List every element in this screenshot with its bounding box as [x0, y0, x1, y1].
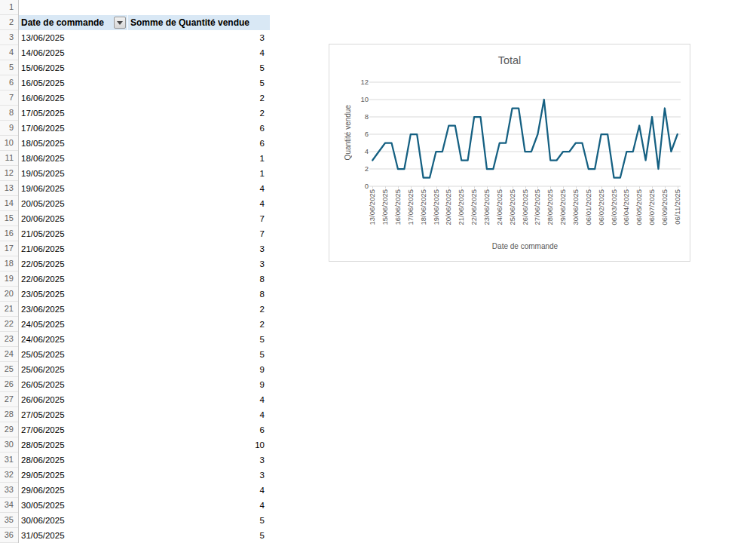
- pivot-qty-cell[interactable]: 9: [128, 377, 270, 392]
- pivot-qty-cell[interactable]: 6: [128, 121, 270, 136]
- pivot-qty-cell[interactable]: 6: [128, 422, 270, 437]
- pivot-qty-cell[interactable]: 5: [128, 75, 270, 90]
- pivot-qty-cell[interactable]: 7: [128, 211, 270, 226]
- pivot-date-cell[interactable]: 21/05/2025: [19, 226, 127, 241]
- pivot-date-cell[interactable]: 14/06/2025: [19, 45, 127, 60]
- row-number[interactable]: 20: [0, 287, 18, 302]
- row-number[interactable]: 26: [0, 377, 18, 392]
- row-number[interactable]: 15: [0, 211, 18, 226]
- pivot-date-cell[interactable]: 30/06/2025: [19, 513, 127, 528]
- row-number[interactable]: 22: [0, 317, 18, 332]
- pivot-qty-cell[interactable]: 3: [128, 30, 270, 45]
- pivot-qty-cell[interactable]: 5: [128, 347, 270, 362]
- pivot-qty-cell[interactable]: 8: [128, 287, 270, 302]
- row-number[interactable]: 2: [0, 15, 18, 30]
- pivot-date-cell[interactable]: 24/05/2025: [19, 317, 127, 332]
- pivot-date-cell[interactable]: 16/05/2025: [19, 75, 127, 90]
- pivot-date-cell[interactable]: 23/06/2025: [19, 302, 127, 317]
- row-number[interactable]: 17: [0, 241, 18, 256]
- pivot-date-cell[interactable]: 13/06/2025: [19, 30, 127, 45]
- pivot-qty-cell[interactable]: 10: [128, 437, 270, 452]
- row-number[interactable]: 33: [0, 483, 18, 498]
- pivot-date-cell[interactable]: 28/06/2025: [19, 452, 127, 468]
- pivot-date-cell[interactable]: 26/05/2025: [19, 377, 127, 392]
- row-number[interactable]: 10: [0, 136, 18, 151]
- row-number[interactable]: 11: [0, 151, 18, 166]
- row-number[interactable]: 9: [0, 121, 18, 136]
- row-number[interactable]: 32: [0, 468, 18, 483]
- pivot-qty-cell[interactable]: 2: [128, 317, 270, 332]
- row-number[interactable]: 21: [0, 302, 18, 317]
- row-number[interactable]: 12: [0, 166, 18, 181]
- pivot-qty-cell[interactable]: 5: [128, 332, 270, 347]
- row-number[interactable]: 14: [0, 196, 18, 211]
- pivot-date-cell[interactable]: 27/05/2025: [19, 407, 127, 422]
- pivot-qty-cell[interactable]: 9: [128, 362, 270, 377]
- pivot-date-cell[interactable]: 23/05/2025: [19, 287, 127, 302]
- pivot-qty-cell[interactable]: 4: [128, 407, 270, 422]
- row-number[interactable]: 23: [0, 332, 18, 347]
- pivot-header-date[interactable]: Date de commande: [19, 15, 127, 30]
- row-number[interactable]: 5: [0, 60, 18, 75]
- row-number[interactable]: 18: [0, 256, 18, 272]
- pivot-qty-cell[interactable]: 5: [128, 60, 270, 75]
- pivot-qty-cell[interactable]: 4: [128, 181, 270, 196]
- pivot-date-cell[interactable]: 17/05/2025: [19, 106, 127, 121]
- row-number[interactable]: 13: [0, 181, 18, 196]
- row-number[interactable]: 29: [0, 422, 18, 437]
- pivot-date-cell[interactable]: 22/05/2025: [19, 256, 127, 272]
- pivot-date-cell[interactable]: 19/06/2025: [19, 181, 127, 196]
- pivot-qty-cell[interactable]: 6: [128, 136, 270, 151]
- row-number[interactable]: 35: [0, 513, 18, 528]
- row-number[interactable]: 19: [0, 272, 18, 287]
- pivot-qty-cell[interactable]: 4: [128, 392, 270, 407]
- pivot-date-cell[interactable]: 20/06/2025: [19, 211, 127, 226]
- pivot-qty-cell[interactable]: 2: [128, 106, 270, 121]
- row-number[interactable]: 25: [0, 362, 18, 377]
- row-number[interactable]: 28: [0, 407, 18, 422]
- pivot-qty-cell[interactable]: 7: [128, 226, 270, 241]
- pivot-date-cell[interactable]: 29/06/2025: [19, 483, 127, 498]
- pivot-date-cell[interactable]: 18/05/2025: [19, 136, 127, 151]
- pivot-qty-cell[interactable]: 2: [128, 302, 270, 317]
- pivot-qty-cell[interactable]: 1: [128, 166, 270, 181]
- pivot-qty-cell[interactable]: 4: [128, 196, 270, 211]
- pivot-date-cell[interactable]: 28/05/2025: [19, 437, 127, 452]
- pivot-date-cell[interactable]: 26/06/2025: [19, 392, 127, 407]
- row-number[interactable]: 3: [0, 30, 18, 45]
- pivot-date-cell[interactable]: 19/05/2025: [19, 166, 127, 181]
- pivot-date-cell[interactable]: 25/06/2025: [19, 362, 127, 377]
- pivot-qty-cell[interactable]: 3: [128, 241, 270, 256]
- row-number[interactable]: 7: [0, 90, 18, 106]
- pivot-date-cell[interactable]: 16/06/2025: [19, 90, 127, 106]
- row-number[interactable]: 30: [0, 437, 18, 452]
- row-number[interactable]: 34: [0, 498, 18, 513]
- pivot-date-cell[interactable]: 25/05/2025: [19, 347, 127, 362]
- pivot-qty-cell[interactable]: 4: [128, 45, 270, 60]
- pivot-qty-cell[interactable]: 3: [128, 256, 270, 272]
- filter-dropdown-button[interactable]: [114, 17, 126, 29]
- row-number[interactable]: 27: [0, 392, 18, 407]
- pivot-date-cell[interactable]: 29/05/2025: [19, 468, 127, 483]
- pivot-qty-cell[interactable]: 2: [128, 90, 270, 106]
- row-number[interactable]: 36: [0, 528, 18, 543]
- pivot-date-cell[interactable]: 18/06/2025: [19, 151, 127, 166]
- pivot-qty-cell[interactable]: 3: [128, 452, 270, 468]
- row-number[interactable]: 4: [0, 45, 18, 60]
- pivot-date-cell[interactable]: 31/05/2025: [19, 528, 127, 543]
- row-number[interactable]: 1: [0, 0, 18, 15]
- pivot-date-cell[interactable]: 27/06/2025: [19, 422, 127, 437]
- pivot-date-cell[interactable]: 21/06/2025: [19, 241, 127, 256]
- pivot-chart[interactable]: Total 02468101213/06/202515/06/202516/06…: [329, 44, 690, 262]
- row-number[interactable]: 16: [0, 226, 18, 241]
- row-number[interactable]: 8: [0, 106, 18, 121]
- row-number[interactable]: 6: [0, 75, 18, 90]
- pivot-date-cell[interactable]: 30/05/2025: [19, 498, 127, 513]
- pivot-date-cell[interactable]: 15/06/2025: [19, 60, 127, 75]
- pivot-qty-cell[interactable]: 5: [128, 513, 270, 528]
- pivot-header-qty[interactable]: Somme de Quantité vendue: [128, 15, 270, 30]
- pivot-date-cell[interactable]: 20/05/2025: [19, 196, 127, 211]
- pivot-qty-cell[interactable]: 5: [128, 528, 270, 543]
- row-number[interactable]: 31: [0, 452, 18, 468]
- pivot-qty-cell[interactable]: 4: [128, 498, 270, 513]
